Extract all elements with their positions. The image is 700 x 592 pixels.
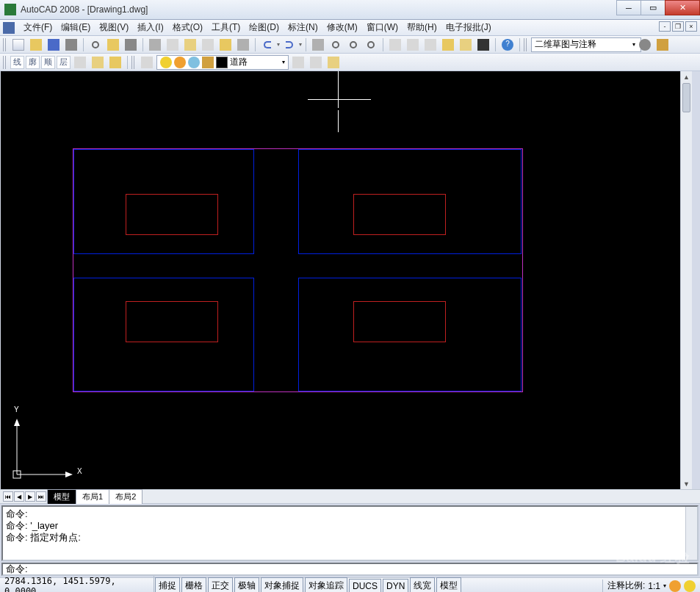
toolbar-grip[interactable] bbox=[3, 38, 7, 51]
toggle-lwt[interactable]: 线宽 bbox=[410, 577, 435, 592]
layer-tool1-button[interactable] bbox=[72, 55, 88, 70]
menu-modify[interactable]: 修改(M) bbox=[322, 19, 362, 36]
zoom-prev-icon bbox=[367, 41, 375, 48]
menu-file[interactable]: 文件(F) bbox=[19, 19, 57, 36]
toggle-otrack[interactable]: 对象追踪 bbox=[305, 577, 347, 592]
cut-button[interactable] bbox=[147, 37, 163, 52]
menu-draw[interactable]: 绘图(D) bbox=[245, 19, 284, 36]
workspace-lock-button[interactable] bbox=[654, 37, 671, 52]
menu-help[interactable]: 帮助(H) bbox=[403, 19, 441, 36]
toolbar-grip[interactable] bbox=[131, 56, 135, 69]
command-history[interactable]: 命令: 命令: '_layer 命令: 指定对角点: bbox=[1, 505, 699, 561]
scroll-up-arrow[interactable]: ▲ bbox=[681, 71, 692, 82]
layer-properties-button[interactable] bbox=[139, 55, 155, 70]
undo-button[interactable] bbox=[259, 37, 275, 52]
menu-insert[interactable]: 插入(I) bbox=[133, 19, 167, 36]
save-button[interactable] bbox=[46, 37, 62, 52]
tab-prev-button[interactable]: ◀ bbox=[14, 491, 24, 502]
paste-button[interactable] bbox=[182, 37, 198, 52]
designcenter-button[interactable] bbox=[405, 37, 421, 52]
layer-states-button[interactable] bbox=[290, 55, 306, 70]
tab-next-button[interactable]: ▶ bbox=[25, 491, 35, 502]
zoom-window-button[interactable] bbox=[345, 37, 361, 52]
zoom-realtime-button[interactable] bbox=[328, 37, 344, 52]
toolbar-grip[interactable] bbox=[3, 56, 7, 69]
mdi-restore-button[interactable]: ❐ bbox=[672, 21, 684, 32]
toggle-osnap[interactable]: 对象捕捉 bbox=[261, 577, 303, 592]
text-btn-line[interactable]: 线 bbox=[10, 56, 24, 69]
layer-dropdown[interactable]: 道路 ▾ bbox=[156, 55, 289, 70]
toolbar-grip[interactable] bbox=[524, 38, 527, 51]
coordinates-display[interactable]: 2784.1316, 1451.5979, 0.0000 bbox=[0, 576, 154, 593]
layer-tool3-button[interactable] bbox=[107, 55, 123, 70]
menu-dimension[interactable]: 标注(N) bbox=[284, 19, 322, 36]
scroll-thumb[interactable] bbox=[682, 83, 690, 112]
props-button[interactable] bbox=[387, 37, 403, 52]
toggle-dyn[interactable]: DYN bbox=[383, 579, 408, 593]
toggle-snap[interactable]: 捕捉 bbox=[155, 577, 180, 592]
close-button[interactable]: ✕ bbox=[665, 0, 700, 15]
anno-auto-icon[interactable] bbox=[669, 580, 681, 592]
svg-marker-1 bbox=[14, 419, 20, 426]
tab-model[interactable]: 模型 bbox=[47, 489, 76, 504]
toggle-ortho[interactable]: 正交 bbox=[208, 577, 233, 592]
text-btn-order[interactable]: 顺 bbox=[41, 56, 55, 69]
toggle-model[interactable]: 模型 bbox=[436, 577, 461, 592]
vertical-scrollbar[interactable]: ▲ ▼ bbox=[680, 71, 692, 489]
drawing-canvas[interactable]: Y X bbox=[1, 71, 692, 489]
publish-button[interactable] bbox=[105, 37, 121, 52]
text-btn-layer[interactable]: 层 bbox=[57, 56, 71, 69]
mdi-close-button[interactable]: × bbox=[685, 21, 697, 32]
brush-button[interactable] bbox=[217, 37, 234, 52]
anno-vis-icon[interactable] bbox=[684, 580, 696, 592]
dc-icon bbox=[407, 39, 419, 51]
help-icon: ? bbox=[502, 39, 513, 51]
tab-last-button[interactable]: ⏭ bbox=[36, 491, 46, 502]
layer-iso-button[interactable] bbox=[325, 55, 342, 70]
cmd-scrollbar[interactable] bbox=[685, 507, 697, 560]
maximize-button[interactable]: ▭ bbox=[641, 0, 665, 15]
document-icon bbox=[3, 22, 15, 34]
copy-button[interactable] bbox=[165, 37, 181, 52]
workspace-dropdown[interactable]: 二维草图与注释 bbox=[531, 37, 641, 52]
open-button[interactable] bbox=[28, 37, 44, 52]
minimize-button[interactable]: ─ bbox=[616, 0, 641, 15]
eraser-button[interactable] bbox=[235, 37, 251, 52]
zoom-prev-button[interactable] bbox=[363, 37, 379, 52]
match-button[interactable] bbox=[200, 37, 216, 52]
tab-layout1[interactable]: 布局1 bbox=[76, 489, 109, 504]
layer-tool2-button[interactable] bbox=[90, 55, 106, 70]
menu-window[interactable]: 窗口(W) bbox=[362, 19, 403, 36]
help-button[interactable]: ? bbox=[499, 37, 516, 52]
menu-tools[interactable]: 工具(T) bbox=[207, 19, 245, 36]
workspace-settings-button[interactable] bbox=[637, 37, 653, 52]
separator bbox=[306, 38, 306, 51]
mdi-minimize-button[interactable]: - bbox=[659, 21, 671, 32]
pan-button[interactable] bbox=[310, 37, 326, 52]
toggle-ducs[interactable]: DUCS bbox=[349, 579, 381, 593]
print-button[interactable] bbox=[63, 37, 79, 52]
quickcalc-button[interactable] bbox=[475, 37, 491, 52]
command-input[interactable]: 命令: bbox=[1, 563, 699, 576]
annotation-scale[interactable]: 注释比例: 1:1 ▾ bbox=[602, 580, 700, 592]
tab-first-button[interactable]: ⏮ bbox=[3, 491, 13, 502]
toggle-polar[interactable]: 极轴 bbox=[234, 577, 259, 592]
tab-layout2[interactable]: 布局2 bbox=[109, 489, 142, 504]
menu-format[interactable]: 格式(O) bbox=[168, 19, 207, 36]
layer-prev-button[interactable] bbox=[308, 55, 324, 70]
menu-ereview[interactable]: 电子报批(J) bbox=[441, 19, 496, 36]
sheetset-button[interactable] bbox=[440, 37, 456, 52]
plot-preview-button[interactable] bbox=[87, 37, 104, 52]
toolpalettes-button[interactable] bbox=[422, 37, 439, 52]
layeriso-icon bbox=[328, 57, 339, 68]
redo-button[interactable] bbox=[281, 37, 297, 52]
menu-view[interactable]: 视图(V) bbox=[95, 19, 133, 36]
menu-edit[interactable]: 编辑(E) bbox=[57, 19, 95, 36]
markup-button[interactable] bbox=[458, 37, 474, 52]
title-bar: AutoCAD 2008 - [Drawing1.dwg] ─ ▭ ✕ bbox=[0, 0, 700, 20]
new-button[interactable] bbox=[10, 37, 26, 52]
text-btn-outline[interactable]: 廓 bbox=[26, 56, 40, 69]
3dprint-button[interactable] bbox=[123, 37, 139, 52]
scroll-down-arrow[interactable]: ▼ bbox=[681, 478, 692, 489]
toggle-grid[interactable]: 栅格 bbox=[181, 577, 206, 592]
